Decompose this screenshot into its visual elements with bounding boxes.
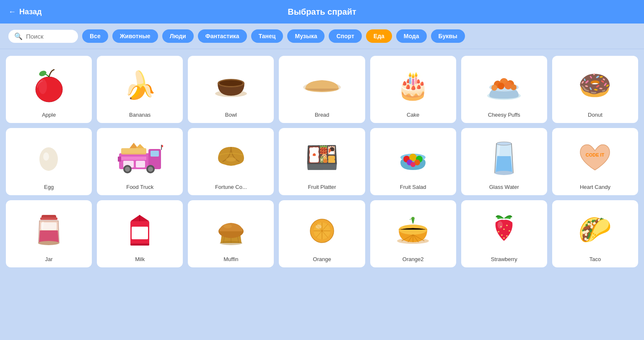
svg-point-35 bbox=[226, 157, 236, 162]
sprite-label-food-truck: Food Truck bbox=[126, 184, 153, 190]
svg-rect-47 bbox=[40, 217, 57, 220]
sprite-card-bread[interactable]: Bread bbox=[279, 56, 365, 123]
filter-btn-fashion[interactable]: Мода bbox=[396, 29, 427, 43]
svg-rect-32 bbox=[118, 157, 121, 162]
sprite-grid: Apple 🍌 Bananas Bowl Bread bbox=[0, 49, 644, 274]
svg-point-16 bbox=[511, 84, 517, 90]
sprite-card-orange[interactable]: Orange bbox=[279, 200, 365, 267]
svg-point-76 bbox=[503, 228, 505, 230]
svg-point-78 bbox=[506, 235, 508, 236]
sprite-label-orange: Orange bbox=[313, 256, 331, 262]
svg-point-42 bbox=[410, 162, 415, 167]
sprite-label-cheesy-puffs: Cheesy Puffs bbox=[488, 112, 520, 118]
sprite-image-jar bbox=[10, 206, 88, 253]
filter-btn-food[interactable]: Еда bbox=[366, 29, 392, 43]
search-box[interactable]: 🔍 bbox=[8, 30, 78, 43]
sprite-card-taco[interactable]: 🌮 Taco bbox=[552, 200, 638, 267]
sprite-label-cake: Cake bbox=[407, 112, 419, 118]
sprite-card-muffin[interactable]: Muffin bbox=[188, 200, 274, 267]
svg-point-60 bbox=[223, 224, 232, 228]
svg-point-80 bbox=[498, 221, 503, 229]
sprite-card-jar[interactable]: Jar bbox=[6, 200, 92, 267]
sprite-label-bowl: Bowl bbox=[225, 112, 237, 118]
sprite-card-heart-candy[interactable]: CODE IT Heart Candy bbox=[552, 128, 638, 195]
sprite-label-fruit-platter: Fruit Platter bbox=[308, 184, 336, 190]
sprite-card-glass-water[interactable]: Glass Water bbox=[461, 128, 547, 195]
sprite-label-heart-candy: Heart Candy bbox=[580, 184, 610, 190]
svg-point-13 bbox=[491, 85, 497, 91]
sprite-card-bowl[interactable]: Bowl bbox=[188, 56, 274, 123]
sprite-image-cake: 🎂 bbox=[374, 62, 452, 108]
filter-btn-all[interactable]: Все bbox=[82, 29, 108, 43]
sprite-label-taco: Taco bbox=[589, 256, 601, 262]
svg-rect-55 bbox=[130, 243, 149, 246]
sprite-card-donut[interactable]: 🍩 Donut bbox=[552, 56, 638, 123]
sprite-card-strawberry[interactable]: Strawberry bbox=[461, 200, 547, 267]
svg-rect-25 bbox=[121, 157, 146, 160]
sprite-image-orange bbox=[283, 206, 361, 253]
svg-text:CODE IT: CODE IT bbox=[586, 152, 605, 157]
sprite-image-donut: 🍩 bbox=[556, 62, 634, 108]
search-icon: 🔍 bbox=[14, 32, 23, 40]
search-input[interactable] bbox=[26, 33, 72, 40]
svg-rect-33 bbox=[161, 145, 162, 150]
sprite-card-apple[interactable]: Apple bbox=[6, 56, 92, 123]
sprite-card-milk[interactable]: Milk bbox=[97, 200, 183, 267]
sprite-image-milk bbox=[101, 206, 179, 253]
svg-point-14 bbox=[498, 83, 504, 89]
sprite-image-orange2 bbox=[374, 206, 452, 253]
svg-point-1 bbox=[39, 79, 47, 94]
sprite-label-donut: Donut bbox=[588, 112, 602, 118]
svg-marker-34 bbox=[162, 145, 163, 147]
svg-point-79 bbox=[503, 237, 505, 238]
sprite-card-food-truck[interactable]: Food Truck bbox=[97, 128, 183, 195]
sprite-image-bananas: 🍌 bbox=[101, 62, 179, 108]
sprite-image-fortune-cookie bbox=[192, 134, 270, 180]
sprite-card-bananas[interactable]: 🍌 Bananas bbox=[97, 56, 183, 123]
svg-point-15 bbox=[504, 82, 512, 89]
filter-btn-letters[interactable]: Буквы bbox=[431, 29, 465, 43]
sprite-card-cheesy-puffs[interactable]: Cheesy Puffs bbox=[461, 56, 547, 123]
sprite-label-milk: Milk bbox=[135, 256, 145, 262]
svg-rect-51 bbox=[132, 227, 148, 239]
sprite-image-heart-candy: CODE IT bbox=[556, 134, 634, 180]
svg-marker-24 bbox=[136, 144, 144, 148]
svg-point-61 bbox=[220, 241, 242, 245]
sprite-card-orange2[interactable]: Orange2 bbox=[370, 200, 456, 267]
sprite-image-cheesy-puffs bbox=[465, 62, 543, 108]
svg-point-44 bbox=[495, 171, 513, 175]
svg-point-77 bbox=[501, 234, 503, 235]
sprite-label-glass-water: Glass Water bbox=[489, 184, 519, 190]
filter-btn-people[interactable]: Люди bbox=[162, 29, 194, 43]
sprite-image-fruit-salad bbox=[374, 134, 452, 180]
svg-point-69 bbox=[316, 225, 322, 229]
sprite-card-fruit-platter[interactable]: 🍱 Fruit Platter bbox=[279, 128, 365, 195]
sprite-label-fruit-salad: Fruit Salad bbox=[400, 184, 426, 190]
filter-btn-dance[interactable]: Танец bbox=[251, 29, 283, 43]
filter-btn-fantasy[interactable]: Фантастика bbox=[198, 29, 247, 43]
sprite-image-bowl bbox=[192, 62, 270, 108]
sprite-card-egg[interactable]: Egg bbox=[6, 128, 92, 195]
filter-btn-animals[interactable]: Животные bbox=[112, 29, 158, 43]
sprite-image-taco: 🌮 bbox=[556, 206, 634, 253]
svg-rect-22 bbox=[121, 148, 146, 154]
svg-rect-27 bbox=[136, 161, 145, 167]
svg-point-75 bbox=[509, 230, 510, 231]
sprite-card-fruit-salad[interactable]: Fruit Salad bbox=[370, 128, 456, 195]
sprite-label-orange2: Orange2 bbox=[402, 256, 424, 262]
sprite-label-fortune-cookie: Fortune Co... bbox=[215, 184, 247, 190]
sprite-image-fruit-platter: 🍱 bbox=[283, 134, 361, 180]
svg-rect-21 bbox=[151, 151, 159, 157]
sprite-image-egg bbox=[10, 134, 88, 180]
back-button[interactable]: ← Назад bbox=[8, 8, 42, 16]
sprite-card-cake[interactable]: 🎂 Cake bbox=[370, 56, 456, 123]
filter-btn-sport[interactable]: Спорт bbox=[329, 29, 361, 43]
sprite-label-jar: Jar bbox=[45, 256, 53, 262]
sprite-label-bananas: Bananas bbox=[129, 112, 151, 118]
filter-bar: 🔍 Все Животные Люди Фантастика Танец Муз… bbox=[0, 24, 644, 49]
svg-point-18 bbox=[43, 152, 49, 161]
sprite-label-apple: Apple bbox=[42, 112, 56, 118]
filter-btn-music[interactable]: Музыка bbox=[287, 29, 325, 43]
svg-point-6 bbox=[219, 80, 243, 86]
sprite-card-fortune-cookie[interactable]: Fortune Co... bbox=[188, 128, 274, 195]
